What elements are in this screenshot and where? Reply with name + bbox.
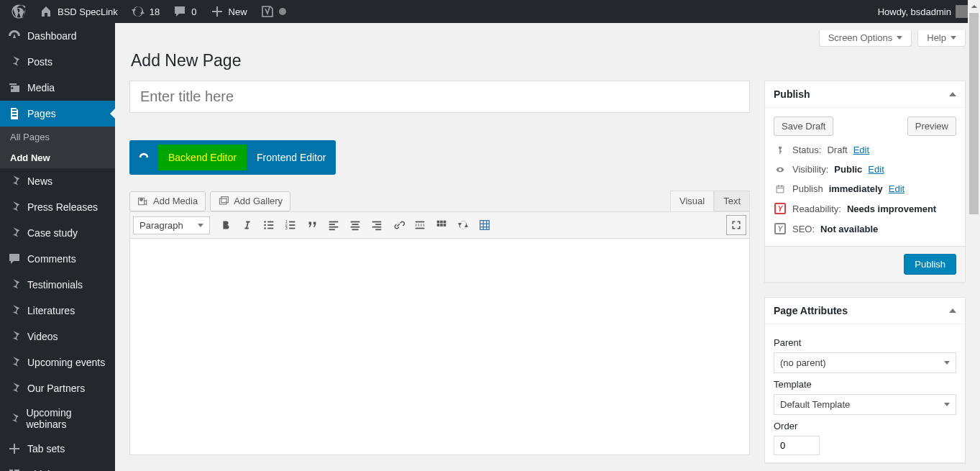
- svg-rect-33: [436, 224, 439, 227]
- admin-bar: BSD SpecLink 18 0 New Howdy, bsdadmin: [0, 0, 980, 23]
- sidebar-item-upcoming-events[interactable]: Upcoming events: [0, 349, 115, 375]
- sidebar-item-dashboard[interactable]: Dashboard: [0, 23, 115, 49]
- wp-logo[interactable]: [6, 0, 32, 23]
- publish-box-header[interactable]: Publish: [765, 81, 965, 108]
- pin-icon: [7, 411, 20, 426]
- tab-visual[interactable]: Visual: [670, 191, 714, 211]
- svg-point-3: [264, 221, 266, 223]
- order-input[interactable]: [774, 436, 820, 455]
- screen-options-button[interactable]: Screen Options: [819, 30, 912, 47]
- sidebar-item-posts[interactable]: Posts: [0, 49, 115, 75]
- scrollbar[interactable]: [968, 0, 980, 471]
- sidebar-item-comments[interactable]: Comments: [0, 246, 115, 272]
- align-right-button[interactable]: [367, 215, 387, 235]
- sidebar-item-sidebars[interactable]: Sidebar: [0, 462, 115, 471]
- sidebar-item-label: Tab sets: [27, 443, 65, 454]
- sidebar-item-label: Pages: [27, 108, 56, 119]
- site-name: BSD SpecLink: [58, 6, 118, 17]
- sidebar-item-videos[interactable]: Videos: [0, 324, 115, 349]
- insert-more-button[interactable]: [410, 215, 430, 235]
- format-select[interactable]: Paragraph: [133, 216, 210, 234]
- content-editor[interactable]: [130, 239, 749, 454]
- sidebar-item-tabsets[interactable]: Tab sets: [0, 436, 115, 462]
- add-gallery-button[interactable]: Add Gallery: [210, 191, 290, 211]
- dashboard-icon: [7, 29, 22, 43]
- number-list-button[interactable]: 123: [280, 215, 301, 235]
- sidebar-item-press[interactable]: Press Releases: [0, 194, 115, 220]
- sidebar-item-case[interactable]: Case study: [0, 220, 115, 246]
- backend-editor-button[interactable]: Backend Editor: [158, 145, 247, 170]
- editor-container: Paragraph 123: [129, 211, 750, 455]
- page-attributes-header[interactable]: Page Attributes: [765, 298, 965, 324]
- site-name-link[interactable]: BSD SpecLink: [33, 0, 124, 23]
- refresh-button[interactable]: [453, 215, 473, 235]
- svg-rect-22: [352, 229, 358, 230]
- page-attributes-title: Page Attributes: [774, 305, 848, 316]
- sidebar-item-label: Posts: [27, 56, 52, 68]
- tab-text[interactable]: Text: [714, 191, 750, 211]
- toolbar-toggle-button[interactable]: [431, 215, 452, 235]
- bullet-list-button[interactable]: [259, 215, 279, 235]
- italic-button[interactable]: [237, 215, 257, 235]
- align-center-button[interactable]: [345, 215, 365, 235]
- blockquote-button[interactable]: [302, 215, 322, 235]
- new-content-link[interactable]: New: [204, 0, 253, 23]
- save-draft-button[interactable]: Save Draft: [774, 116, 833, 136]
- sidebar-item-label: Upcoming events: [27, 357, 105, 368]
- update-icon: [131, 4, 145, 19]
- sidebar-item-partners[interactable]: Our Partners: [0, 375, 115, 401]
- title-input[interactable]: [129, 81, 750, 113]
- comments-count: 0: [191, 6, 196, 17]
- link-button[interactable]: [388, 215, 408, 235]
- editor-toolbar: Paragraph 123: [130, 212, 749, 239]
- sidebar-item-label: Literatures: [27, 305, 75, 316]
- frontend-editor-button[interactable]: Frontend Editor: [247, 145, 336, 170]
- svg-rect-6: [267, 224, 273, 226]
- fullscreen-button[interactable]: [726, 215, 746, 235]
- yoast-adminbar[interactable]: [255, 0, 292, 23]
- sidebar-item-testimonials[interactable]: Testimonials: [0, 272, 115, 298]
- publish-box: Publish Save Draft Preview Status:: [764, 81, 966, 283]
- table-button[interactable]: [475, 215, 495, 235]
- pin-icon: [7, 278, 22, 292]
- svg-rect-1: [220, 198, 227, 204]
- sidebar-item-label: Comments: [27, 253, 76, 265]
- sidebar-item-news[interactable]: News: [0, 168, 115, 194]
- svg-rect-18: [329, 229, 334, 230]
- svg-rect-24: [375, 224, 381, 225]
- sidebar-item-pages[interactable]: Pages: [0, 101, 115, 127]
- sidebar-item-webinars[interactable]: Upcoming webinars: [0, 401, 115, 436]
- edit-schedule-link[interactable]: Edit: [889, 183, 905, 194]
- sidebar-item-media[interactable]: Media: [0, 75, 115, 101]
- publish-title: Publish: [774, 88, 810, 100]
- preview-button[interactable]: Preview: [907, 116, 956, 136]
- svg-rect-17: [329, 227, 338, 228]
- help-button[interactable]: Help: [917, 30, 966, 47]
- page-attributes-box: Page Attributes Parent (no parent) Templ…: [764, 297, 966, 463]
- sidebar-item-label: News: [27, 175, 52, 187]
- submenu-all-pages[interactable]: All Pages: [0, 127, 115, 147]
- sidebar-item-literatures[interactable]: Literatures: [0, 298, 115, 324]
- account-link[interactable]: Howdy, bsdadmin: [872, 0, 974, 23]
- parent-select[interactable]: (no parent): [774, 352, 956, 373]
- sidebar-item-label: Press Releases: [27, 201, 98, 213]
- edit-visibility-link[interactable]: Edit: [868, 164, 884, 175]
- scroll-thumb[interactable]: [969, 13, 979, 214]
- readability-row: Y Readability: Needs improvement: [774, 198, 956, 219]
- edit-status-link[interactable]: Edit: [853, 145, 869, 155]
- align-left-button[interactable]: [324, 215, 344, 235]
- add-media-button[interactable]: Add Media: [129, 191, 206, 211]
- screen-options-label: Screen Options: [828, 32, 893, 43]
- comments-link[interactable]: 0: [167, 0, 202, 23]
- publish-button[interactable]: Publish: [904, 254, 956, 275]
- svg-point-7: [264, 227, 266, 229]
- chevron-down-icon: [897, 36, 902, 40]
- add-media-label: Add Media: [153, 196, 198, 206]
- pin-icon: [7, 174, 22, 188]
- updates-count: 18: [150, 6, 160, 17]
- svg-rect-19: [350, 221, 360, 223]
- bold-button[interactable]: [216, 215, 236, 235]
- template-select[interactable]: Default Template: [774, 394, 956, 415]
- submenu-add-new[interactable]: Add New: [0, 147, 115, 168]
- updates-link[interactable]: 18: [125, 0, 165, 23]
